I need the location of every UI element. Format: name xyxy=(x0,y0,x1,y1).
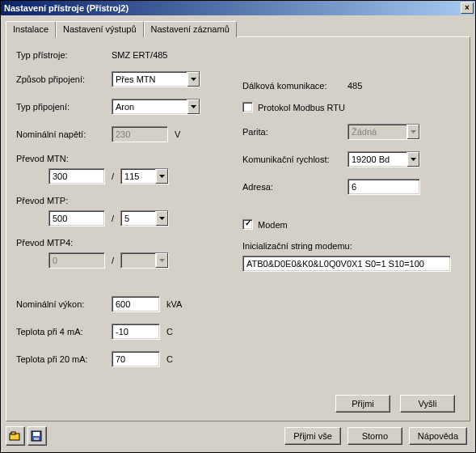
svg-marker-6 xyxy=(411,158,416,161)
svg-rect-8 xyxy=(11,432,15,434)
t20-label: Teplota při 20 mA: xyxy=(16,354,112,364)
nom-power-unit: kVA xyxy=(166,299,182,309)
tab-label: Nastavení záznamů xyxy=(151,24,230,34)
chevron-down-icon xyxy=(155,253,168,268)
mtn-primary-input[interactable] xyxy=(48,168,105,184)
nom-power-input[interactable] xyxy=(112,296,160,312)
window-title: Nastavení přístroje (Přístroj2) xyxy=(4,3,128,13)
svg-marker-0 xyxy=(191,78,196,81)
select-value: 115 xyxy=(121,169,155,184)
tab-panel-instalace: Typ přístroje: SMZ ERT/485 Způsob připoj… xyxy=(6,36,470,421)
mtp-secondary-select[interactable]: 5 xyxy=(120,210,169,226)
conn-type-select[interactable]: Aron xyxy=(112,99,200,115)
t4-input[interactable] xyxy=(112,324,160,340)
help-button[interactable]: Nápověda xyxy=(409,427,467,445)
init-string-label: Inicializační string modemu: xyxy=(242,241,352,251)
select-value: Aron xyxy=(112,99,187,114)
svg-marker-3 xyxy=(159,217,165,220)
modbus-label: Protokol Modbus RTU xyxy=(258,103,345,112)
mtp4-label: Převod MTP4: xyxy=(16,238,73,248)
tab-instalace[interactable]: Instalace xyxy=(6,21,56,38)
t20-input[interactable] xyxy=(112,351,160,367)
open-icon[interactable] xyxy=(6,426,25,446)
slash-sep: / xyxy=(112,171,114,181)
t4-unit: C xyxy=(166,327,173,337)
device-type-label: Typ přístroje: xyxy=(16,50,112,60)
mtp-label: Převod MTP: xyxy=(16,196,68,205)
mtn-label: Převod MTN: xyxy=(16,154,69,163)
svg-marker-5 xyxy=(411,130,416,133)
chevron-down-icon xyxy=(155,211,168,226)
mtp4-secondary-select xyxy=(120,252,169,269)
select-value xyxy=(121,253,155,268)
accept-button[interactable]: Přijmi xyxy=(335,395,390,413)
mtp4-primary-input xyxy=(48,252,105,269)
tab-label: Nastavení výstupů xyxy=(63,24,137,34)
svg-marker-2 xyxy=(159,175,165,178)
accept-all-button[interactable]: Přijmi vše xyxy=(284,427,341,445)
remote-comm-value: 485 xyxy=(348,81,362,91)
conn-type-label: Typ připojení: xyxy=(16,102,112,112)
addr-label: Adresa: xyxy=(242,182,348,192)
modem-label: Modem xyxy=(258,220,288,230)
tab-nastaveni-zaznamu[interactable]: Nastavení záznamů xyxy=(144,21,237,37)
nom-voltage-unit: V xyxy=(175,129,180,139)
svg-marker-1 xyxy=(191,105,196,108)
tab-label: Instalace xyxy=(13,24,48,34)
select-value: 19200 Bd xyxy=(348,152,406,167)
tab-nastaveni-vystupu[interactable]: Nastavení výstupů xyxy=(56,21,144,37)
parity-label: Parita: xyxy=(242,127,348,137)
baud-select[interactable]: 19200 Bd xyxy=(348,151,420,167)
select-value: Přes MTN xyxy=(112,72,187,87)
select-value: Žádná xyxy=(348,125,406,139)
svg-rect-10 xyxy=(33,432,40,436)
storno-button[interactable]: Storno xyxy=(348,427,402,445)
chevron-down-icon xyxy=(406,125,419,139)
svg-rect-11 xyxy=(34,438,39,440)
select-value: 5 xyxy=(121,211,155,226)
t4-label: Teplota při 4 mA: xyxy=(16,327,112,337)
baud-label: Komunikační rychlost: xyxy=(242,155,348,164)
conn-method-label: Způsob připojení: xyxy=(16,74,112,84)
nom-power-label: Nominální výkon: xyxy=(16,299,112,309)
tab-strip: Instalace Nastavení výstupů Nastavení zá… xyxy=(6,21,470,37)
addr-input[interactable] xyxy=(348,179,420,195)
slash-sep: / xyxy=(112,256,114,265)
close-icon[interactable]: × xyxy=(461,2,474,14)
modbus-checkbox[interactable] xyxy=(242,102,253,112)
mtp-primary-input[interactable] xyxy=(48,210,105,226)
nom-voltage-label: Nominální napětí: xyxy=(16,129,112,139)
send-button[interactable]: Vyšli xyxy=(400,395,455,413)
parity-select: Žádná xyxy=(348,124,420,140)
title-bar: Nastavení přístroje (Přístroj2) × xyxy=(1,1,475,15)
modem-checkbox[interactable] xyxy=(242,219,253,230)
remote-comm-label: Dálková komunikace: xyxy=(242,81,348,91)
chevron-down-icon xyxy=(187,72,200,87)
conn-method-select[interactable]: Přes MTN xyxy=(112,71,200,87)
t20-unit: C xyxy=(166,354,173,364)
slash-sep: / xyxy=(112,214,114,223)
svg-marker-4 xyxy=(159,259,165,262)
nom-voltage-input xyxy=(112,126,168,142)
device-type-value: SMZ ERT/485 xyxy=(112,50,168,60)
chevron-down-icon xyxy=(187,99,200,114)
save-icon[interactable] xyxy=(27,426,47,446)
chevron-down-icon xyxy=(155,169,168,184)
mtn-secondary-select[interactable]: 115 xyxy=(120,168,169,184)
chevron-down-icon xyxy=(406,152,419,167)
init-string-input[interactable] xyxy=(242,256,451,272)
